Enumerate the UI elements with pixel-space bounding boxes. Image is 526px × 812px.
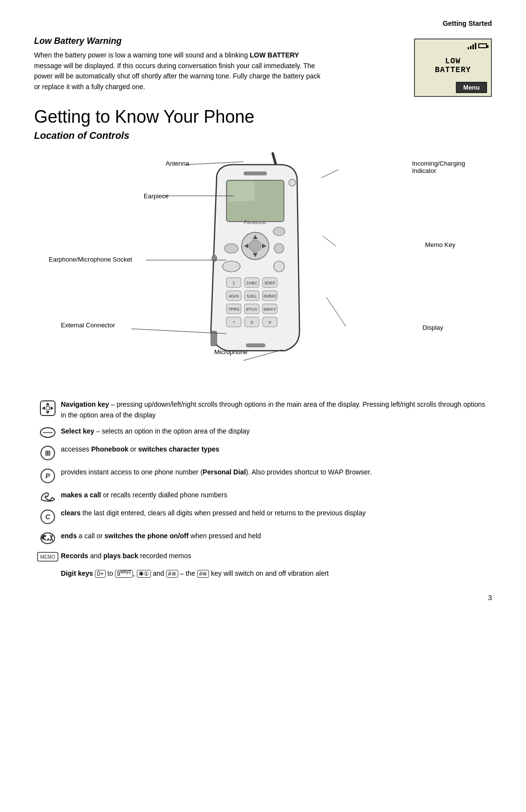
phone-svg: 1 2ABC 3DEF 4GHI 5JKL 6MNO 7PRS 8TUV 9WX…: [183, 151, 329, 375]
svg-text:Panasonic: Panasonic: [244, 220, 267, 225]
personal-icon-svg: P: [39, 468, 56, 484]
call-key-text: makes a call or recalls recently dialled…: [61, 490, 492, 501]
svg-text:*: *: [233, 320, 235, 325]
label-display: Display: [422, 324, 443, 331]
page-number: 3: [34, 594, 492, 602]
svg-line-51: [326, 297, 346, 326]
select-icon-svg: [39, 427, 56, 438]
key-item-call: makes a call or recalls recently dialled…: [34, 490, 492, 502]
lcd-top-row: [468, 42, 487, 49]
memo-icon-svg: MEMO: [37, 551, 59, 562]
lcd-text: LOW BATTERY: [419, 49, 487, 82]
svg-point-3: [289, 179, 296, 186]
key-item-select: Select key – selects an option in the op…: [34, 426, 492, 438]
label-memo: Memo Key: [425, 241, 455, 248]
svg-point-6: [249, 240, 261, 252]
location-title: Location of Controls: [34, 130, 492, 141]
key-item-personal: P provides instant access to one phone n…: [34, 467, 492, 484]
svg-point-13: [274, 244, 284, 253]
svg-rect-2: [228, 182, 255, 201]
digit-key-text: Digit keys 0+ to 9wxyz, ✱① and #≋ – the …: [61, 568, 492, 579]
svg-text:⊞: ⊞: [45, 449, 51, 457]
signal-bar-2: [470, 46, 471, 49]
svg-point-44: [212, 255, 217, 262]
svg-text:C: C: [45, 513, 50, 521]
memo-key-icon: MEMO: [34, 551, 61, 562]
select-key-icon: [34, 427, 61, 438]
clear-key-text: clears the last digit entered, clears al…: [61, 508, 492, 519]
keys-list: Navigation key – pressing up/down/left/r…: [34, 399, 492, 579]
signal-bar-4: [475, 43, 476, 49]
signal-bar-3: [472, 44, 474, 49]
svg-text:5JKL: 5JKL: [247, 294, 257, 299]
svg-text:7PRS: 7PRS: [228, 307, 240, 312]
end-key-icon: [34, 531, 61, 545]
clear-key-icon: C: [34, 509, 61, 525]
nav-key-icon: [34, 400, 61, 416]
svg-text:1: 1: [232, 281, 235, 285]
phonebook-key-icon: ⊞: [34, 445, 61, 461]
low-battery-section: Low Battery Warning When the battery pow…: [34, 36, 492, 97]
page-header: Getting Started: [34, 19, 492, 27]
svg-point-58: [46, 406, 50, 410]
svg-marker-57: [51, 406, 54, 410]
svg-text:2ABC: 2ABC: [246, 281, 258, 285]
memo-key-text: Records and plays back recorded memos: [61, 551, 492, 562]
phone-diagram: Antenna Earpiece Earphone/Microphone Soc…: [34, 151, 492, 385]
lcd-line1: LOW: [445, 57, 461, 66]
low-battery-body: When the battery power is low a warning …: [34, 50, 321, 93]
key-item-nav: Navigation key – pressing up/down/left/r…: [34, 399, 492, 420]
svg-rect-42: [211, 331, 217, 346]
phonebook-key-text: accesses Phonebook or switches character…: [61, 444, 492, 455]
svg-point-11: [225, 244, 238, 253]
svg-point-12: [273, 227, 285, 236]
phonebook-icon-svg: ⊞: [39, 445, 56, 461]
nav-icon-svg: [39, 400, 56, 416]
personal-key-icon: P: [34, 468, 61, 484]
clear-icon-svg: C: [39, 509, 56, 525]
label-incoming: Incoming/Charging Indicator: [412, 160, 465, 174]
lcd-display: LOW BATTERY Menu: [414, 38, 492, 97]
svg-rect-4: [244, 171, 267, 175]
call-key-icon: [34, 491, 61, 502]
svg-text:0: 0: [250, 320, 253, 325]
label-earphone: Earphone/Microphone Socket: [49, 256, 132, 263]
main-title: Getting to Know Your Phone: [34, 107, 492, 127]
svg-text:3DEF: 3DEF: [264, 281, 276, 285]
nav-key-text: Navigation key – pressing up/down/left/r…: [61, 399, 492, 420]
end-icon-svg: [39, 531, 56, 545]
header-title: Getting Started: [443, 19, 492, 27]
svg-text:#: #: [268, 320, 271, 325]
key-item-digit: Digit keys 0+ to 9wxyz, ✱① and #≋ – the …: [34, 568, 492, 579]
svg-rect-41: [246, 343, 265, 347]
call-icon-svg: [39, 491, 56, 502]
signal-bars: [468, 42, 476, 49]
svg-marker-56: [42, 406, 45, 410]
key-item-memo: MEMO Records and plays back recorded mem…: [34, 551, 492, 562]
label-earpiece: Earpiece: [144, 192, 169, 200]
low-battery-title: Low Battery Warning: [34, 36, 321, 46]
svg-marker-55: [46, 411, 50, 414]
low-battery-text: Low Battery Warning When the battery pow…: [34, 36, 321, 93]
lcd-menu-button: Menu: [456, 82, 487, 93]
svg-text:9WXY: 9WXY: [263, 307, 276, 312]
key-item-phonebook: ⊞ accesses Phonebook or switches charact…: [34, 444, 492, 461]
key-item-end: ends a call or switches the phone on/off…: [34, 531, 492, 545]
svg-text:8TUV: 8TUV: [246, 307, 257, 312]
svg-text:P: P: [45, 472, 50, 480]
svg-point-40: [223, 261, 240, 272]
end-key-text: ends a call or switches the phone on/off…: [61, 531, 492, 542]
label-external: External Connector: [61, 321, 115, 329]
svg-text:6MNO: 6MNO: [263, 294, 276, 299]
key-item-clear: C clears the last digit entered, clears …: [34, 508, 492, 525]
svg-text:4GHI: 4GHI: [228, 294, 239, 299]
battery-icon: [478, 43, 487, 48]
svg-point-15: [274, 261, 284, 272]
select-key-text: Select key – selects an option in the op…: [61, 426, 492, 437]
svg-text:MEMO: MEMO: [40, 554, 55, 560]
personal-key-text: provides instant access to one phone num…: [61, 467, 492, 478]
svg-marker-54: [46, 402, 50, 405]
phone-illustration: 1 2ABC 3DEF 4GHI 5JKL 6MNO 7PRS 8TUV 9WX…: [183, 151, 329, 377]
lcd-line2: BATTERY: [435, 66, 471, 75]
